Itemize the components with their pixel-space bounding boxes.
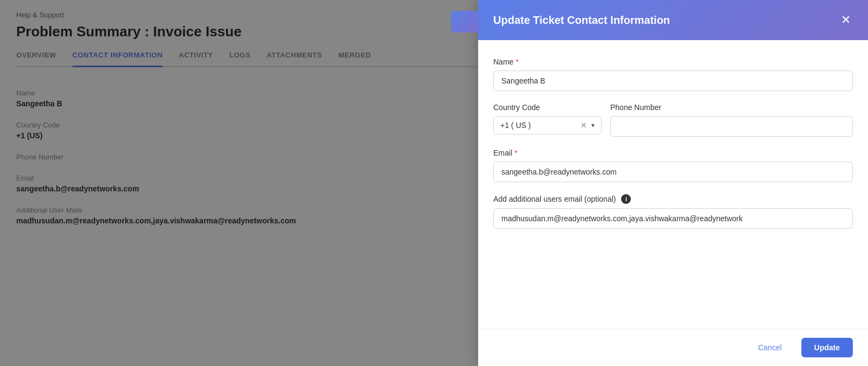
chevron-down-icon: ▾ (591, 121, 595, 129)
name-input[interactable] (493, 70, 853, 91)
name-required: * (515, 57, 518, 66)
modal-title: Update Ticket Contact Information (493, 14, 670, 27)
modal-footer: Cancel Update (478, 329, 868, 366)
country-code-group: Country Code +1 ( US ) ✕ ▾ (493, 103, 602, 137)
email-required: * (514, 149, 517, 157)
modal-body: Name * Country Code +1 ( US ) ✕ ▾ Phone … (478, 40, 868, 329)
email-input[interactable] (493, 162, 853, 182)
phone-input[interactable] (610, 116, 853, 137)
additional-email-field-group: Add additional users email (optional) i (493, 194, 853, 229)
cancel-button[interactable]: Cancel (745, 338, 795, 357)
close-button[interactable]: ✕ (839, 12, 853, 28)
phone-row: Country Code +1 ( US ) ✕ ▾ Phone Number (493, 103, 853, 149)
info-icon: i (621, 194, 631, 204)
country-code-label: Country Code (493, 103, 602, 112)
additional-email-label: Add additional users email (optional) i (493, 194, 853, 204)
update-contact-modal: Update Ticket Contact Information ✕ Name… (478, 0, 868, 366)
modal-header: Update Ticket Contact Information ✕ (478, 0, 868, 40)
email-label: Email * (493, 149, 853, 157)
additional-email-input[interactable] (493, 208, 853, 229)
phone-number-group: Phone Number (610, 103, 853, 137)
country-code-select[interactable]: +1 ( US ) ✕ ▾ (493, 116, 602, 134)
name-field-group: Name * (493, 57, 853, 91)
country-code-value: +1 ( US ) (500, 121, 576, 130)
name-label: Name * (493, 57, 853, 66)
partial-button[interactable] (451, 11, 478, 33)
country-clear-button[interactable]: ✕ (580, 121, 587, 130)
phone-label: Phone Number (610, 103, 853, 112)
email-field-group: Email * (493, 149, 853, 182)
update-button[interactable]: Update (801, 338, 853, 357)
